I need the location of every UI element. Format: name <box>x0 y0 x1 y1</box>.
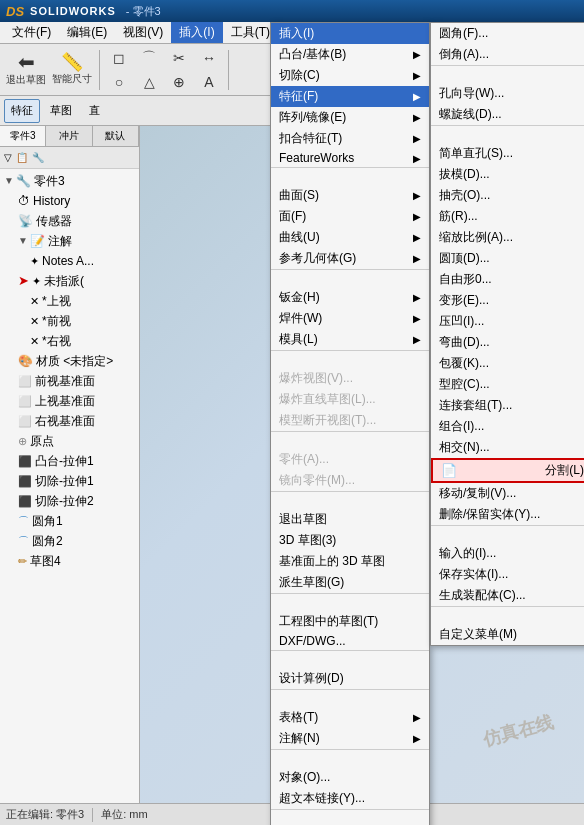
unassigned-icon: ✦ <box>32 272 41 290</box>
tree-label-boss1: 凸台-拉伸1 <box>35 452 94 470</box>
smart-dim-btn[interactable]: 📏 智能尺寸 <box>50 48 94 92</box>
tree-item-history[interactable]: ⏱ History <box>0 191 139 211</box>
cut2-icon: ⬛ <box>18 492 32 510</box>
cut1-icon: ⬛ <box>18 472 32 490</box>
menu-file[interactable]: 文件(F) <box>4 22 59 43</box>
tree-label-sensor: 传感器 <box>36 212 72 230</box>
tree-item-right-plane[interactable]: ⬜ 右视基准面 <box>0 411 139 431</box>
tree-label-annotations: 注解 <box>48 232 72 250</box>
tree-label-sketch4: 草图4 <box>30 552 61 570</box>
tab-evaluate[interactable]: 直 <box>82 99 107 123</box>
svg-line-0 <box>330 741 360 761</box>
tree-item-fillet1[interactable]: ⌒ 圆角1 <box>0 511 139 531</box>
tree-label-top: *上视 <box>42 292 71 310</box>
tree-label-front: *前视 <box>42 312 71 330</box>
tree-item-material[interactable]: 🎨 材质 <未指定> <box>0 351 139 371</box>
tree-item-sketch4[interactable]: ✏ 草图4 <box>0 551 139 571</box>
left-panel: 零件3 冲片 默认 ▽ 📋 🔧 ▼ 🔧 零件3 ⏱ History <box>0 126 140 803</box>
tree-item-cut2[interactable]: ⬛ 切除-拉伸2 <box>0 491 139 511</box>
tree-item-origin[interactable]: ⊕ 原点 <box>0 431 139 451</box>
panel-tab-default[interactable]: 默认 <box>93 126 139 146</box>
sensor-icon: 📡 <box>18 212 33 230</box>
tree-item-part[interactable]: ▼ 🔧 零件3 <box>0 171 139 191</box>
tree-label-fillet2: 圆角2 <box>32 532 63 550</box>
tree-item-fillet2[interactable]: ⌒ 圆角2 <box>0 531 139 551</box>
menu-help[interactable]: 帮助(H) <box>337 22 394 43</box>
menu-view[interactable]: 视图(V) <box>115 22 171 43</box>
toolbar-btn-1[interactable]: ◻ <box>105 47 133 69</box>
axis-indicator: X Y <box>320 721 370 773</box>
tree-label-fillet1: 圆角1 <box>32 512 63 530</box>
tree-item-sensor[interactable]: 📡 传感器 <box>0 211 139 231</box>
status-sep <box>92 808 93 822</box>
menubar: 文件(F) 编辑(E) 视图(V) 插入(I) 工具(T) 窗口(W) 帮助(H… <box>0 22 584 44</box>
statusbar: 正在编辑: 零件3 单位: mm <box>0 803 584 825</box>
toolbar-btn-4[interactable]: ↔ <box>195 47 223 69</box>
tree-item-right-view[interactable]: ✕ *右视 <box>0 331 139 351</box>
tree-item-front-plane[interactable]: ⬜ 前视基准面 <box>0 371 139 391</box>
panel-tab-part[interactable]: 零件3 <box>0 126 46 146</box>
tab-features[interactable]: 特征 <box>4 99 40 123</box>
panel-tabs: 零件3 冲片 默认 <box>0 126 139 147</box>
toolbar-btn-3[interactable]: ✂ <box>165 47 193 69</box>
annotations-icon: 📝 <box>30 232 45 250</box>
toolbar-btn-8[interactable]: A <box>195 71 223 93</box>
toolbar-btn-7[interactable]: ⊕ <box>165 71 193 93</box>
titlebar: DS SOLIDWORKS - 零件3 <box>0 0 584 22</box>
ds-logo: DS <box>6 4 24 19</box>
tree-arrow-part: ▼ <box>4 172 14 190</box>
tree-item-unassigned[interactable]: ➤ ✦ 未指派( <box>0 271 139 291</box>
toolbar-btn-5[interactable]: ○ <box>105 71 133 93</box>
tree-label-cut1: 切除-拉伸1 <box>35 472 94 490</box>
exit-sketch-icon: ⬅ <box>18 52 35 72</box>
tree-item-notes[interactable]: ✦ Notes A... <box>0 251 139 271</box>
exit-sketch-btn[interactable]: ⬅ 退出草图 <box>4 48 48 92</box>
boss1-icon: ⬛ <box>18 452 32 470</box>
menu-tools[interactable]: 工具(T) <box>223 22 278 43</box>
right-view-icon: ✕ <box>30 332 39 350</box>
toolbar-sep-2 <box>228 50 229 90</box>
front-view-icon: ✕ <box>30 312 39 330</box>
app-name: SOLIDWORKS <box>30 5 116 17</box>
smart-dim-label: 智能尺寸 <box>52 72 92 86</box>
filter-icon: ▽ <box>4 152 12 163</box>
part-icon: 🔧 <box>16 172 31 190</box>
front-plane-icon: ⬜ <box>18 372 32 390</box>
tree-label-notes: Notes A... <box>42 252 94 270</box>
tree-item-top-plane[interactable]: ⬜ 上视基准面 <box>0 391 139 411</box>
tree-label-right-plane: 右视基准面 <box>35 412 95 430</box>
sketch4-icon: ✏ <box>18 552 27 570</box>
tree-item-annotations[interactable]: ▼ 📝 注解 <box>0 231 139 251</box>
svg-text:Y: Y <box>362 733 370 745</box>
top-view-icon: ✕ <box>30 292 39 310</box>
panel-tab-sheet[interactable]: 冲片 <box>46 126 92 146</box>
toolbar-btn-2[interactable]: ⌒ <box>135 47 163 69</box>
filter-row: ▽ 📋 🔧 <box>0 147 139 169</box>
svg-text:X: X <box>362 755 370 767</box>
tree-label-origin: 原点 <box>30 432 54 450</box>
svg-marker-5 <box>355 758 362 764</box>
tree-label-right: *右视 <box>42 332 71 350</box>
exit-sketch-label: 退出草图 <box>6 73 46 87</box>
tree-label-material: 材质 <未指定> <box>36 352 113 370</box>
menu-insert[interactable]: 插入(I) <box>171 22 222 43</box>
feature-tree: ▼ 🔧 零件3 ⏱ History 📡 传感器 ▼ 📝 注解 ✦ <box>0 169 139 803</box>
display-label: 显示删除几何关系 <box>542 50 572 89</box>
material-icon: 🎨 <box>18 352 33 370</box>
toolbar-btn-6[interactable]: △ <box>135 71 163 93</box>
viewport[interactable]: X Y 仿真在线 <box>140 126 584 803</box>
tree-label-top-plane: 上视基准面 <box>35 392 95 410</box>
toolbar: ⬅ 退出草图 📏 智能尺寸 ◻ ⌒ ✂ ↔ ○ △ ⊕ A 显示删除几何关系 <box>0 44 584 96</box>
tree-label-unassigned: 未指派( <box>44 272 84 290</box>
origin-icon: ⊕ <box>18 432 27 450</box>
menu-window[interactable]: 窗口(W) <box>278 22 337 43</box>
tree-arrow-annotations: ▼ <box>18 232 28 250</box>
tree-item-boss1[interactable]: ⬛ 凸台-拉伸1 <box>0 451 139 471</box>
tree-item-top-view[interactable]: ✕ *上视 <box>0 291 139 311</box>
menu-edit[interactable]: 编辑(E) <box>59 22 115 43</box>
tree-item-front-view[interactable]: ✕ *前视 <box>0 311 139 331</box>
main-area: 零件3 冲片 默认 ▽ 📋 🔧 ▼ 🔧 零件3 ⏱ History <box>0 126 584 803</box>
tab-sketch[interactable]: 草图 <box>43 99 79 123</box>
tree-label-cut2: 切除-拉伸2 <box>35 492 94 510</box>
tree-item-cut1[interactable]: ⬛ 切除-拉伸1 <box>0 471 139 491</box>
